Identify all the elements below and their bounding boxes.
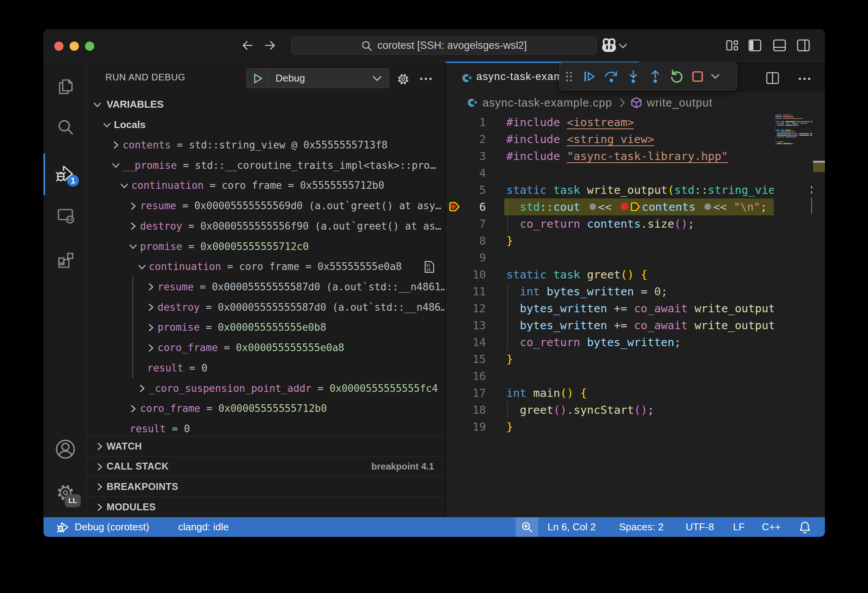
split-editor-icon[interactable] bbox=[766, 72, 779, 84]
variable-row-destroy[interactable]: destroy = 0x00005555555587d0 (a.out`std:… bbox=[87, 297, 445, 317]
toggle-panel-icon[interactable] bbox=[773, 39, 786, 52]
variables-section-header[interactable]: VARIABLES bbox=[87, 94, 445, 115]
inline-breakpoint-icon bbox=[621, 203, 628, 210]
line-number: 1 bbox=[446, 114, 486, 131]
code-line-19: 19} bbox=[446, 418, 774, 435]
customize-layout-icon[interactable] bbox=[726, 39, 739, 52]
variable-row-resume[interactable]: resume = 0x00005555555587d0 (a.out`std::… bbox=[87, 277, 445, 297]
close-window-button[interactable] bbox=[54, 42, 63, 51]
variable-row-coro_frame[interactable]: coro_frame = 0x000055555555e0a8 bbox=[87, 338, 445, 358]
encoding-item[interactable]: UTF-8 bbox=[686, 517, 714, 537]
language-mode-item[interactable]: C++ bbox=[762, 517, 781, 537]
line-number: 17 bbox=[446, 385, 486, 401]
svg-text:01: 01 bbox=[426, 263, 431, 267]
activity-bar-item-extensions[interactable] bbox=[43, 241, 87, 280]
variable-row-contents[interactable]: contents = std::string_view @ 0x55555557… bbox=[87, 135, 445, 155]
line-number: 9 bbox=[446, 249, 486, 266]
minimize-window-button[interactable] bbox=[70, 42, 79, 51]
inline-breakpoint-candidate-icon bbox=[589, 203, 596, 210]
cursor-position-item[interactable]: Ln 6, Col 2 bbox=[548, 517, 596, 537]
variable-row-Locals[interactable]: Locals bbox=[87, 115, 445, 135]
toolbar-drag-handle[interactable] bbox=[560, 63, 578, 90]
line-number: 10 bbox=[446, 266, 486, 283]
debug-step-over-button[interactable] bbox=[600, 63, 622, 90]
section-modules[interactable]: MODULES bbox=[87, 496, 445, 517]
editor-more-actions-icon[interactable] bbox=[798, 77, 811, 81]
section-breakpoints[interactable]: BREAKPOINTS bbox=[87, 476, 445, 496]
activity-bar-item-run-and-debug[interactable] bbox=[43, 155, 87, 193]
bell-icon bbox=[798, 521, 811, 534]
notifications-bell-icon[interactable] bbox=[798, 517, 811, 537]
line-number: 8 bbox=[446, 232, 486, 249]
section-watch[interactable]: WATCH bbox=[87, 436, 445, 456]
main-area: 1LL RUN AND DEBUG Debug VARIABLESLocalsc… bbox=[43, 62, 825, 537]
variable-row-result[interactable]: result = 0 bbox=[87, 358, 445, 378]
activity-bar-item-explorer[interactable] bbox=[43, 67, 87, 106]
code-line-6: 6 std::cout << contents << "\n"; bbox=[446, 198, 774, 215]
variable-row-continuation[interactable]: continuation = coro frame = 0x55555555e0… bbox=[87, 257, 445, 277]
command-center-label: corotest [SSH: avogelsges-wsl2] bbox=[377, 40, 527, 52]
cpp-file-icon bbox=[460, 72, 473, 85]
copilot-icon[interactable] bbox=[601, 38, 617, 53]
activity-bar-item-accounts[interactable] bbox=[43, 430, 87, 468]
code-line-7: 7 co_return contents.size(); bbox=[446, 215, 774, 232]
forward-icon[interactable] bbox=[265, 40, 275, 50]
debug-status-item[interactable]: Debug (corotest) bbox=[56, 517, 149, 537]
back-icon[interactable] bbox=[242, 40, 253, 50]
line-number: 7 bbox=[446, 215, 486, 232]
breadcrumb-symbol-icon bbox=[631, 97, 642, 109]
debug-status-icon bbox=[56, 521, 70, 533]
breadcrumbs: async-task-example.cpp write_output bbox=[446, 92, 825, 114]
toggle-sidebar-icon[interactable] bbox=[748, 39, 761, 52]
line-number: 15 bbox=[446, 351, 486, 368]
zoom-window-button[interactable] bbox=[85, 42, 94, 51]
status-bar: Debug (corotest) clangd: idle Ln 6, Col … bbox=[43, 517, 825, 537]
indentation-item[interactable]: Spaces: 2 bbox=[619, 517, 664, 537]
line-number: 19 bbox=[446, 418, 486, 435]
line-number: 13 bbox=[446, 317, 486, 334]
cursor-position-label: Ln 6, Col 2 bbox=[548, 521, 596, 533]
overview-ruler[interactable] bbox=[812, 114, 825, 537]
breadcrumb-symbol[interactable]: write_output bbox=[647, 97, 713, 109]
section-call-stack[interactable]: CALL STACKbreakpoint 4.1 bbox=[87, 456, 445, 476]
eol-item[interactable]: LF bbox=[733, 517, 744, 537]
code-line-17: 17int main() { bbox=[446, 385, 774, 401]
debug-step-out-button[interactable] bbox=[644, 63, 666, 90]
activity-bar-item-manage[interactable] bbox=[43, 473, 87, 512]
breakpoint-current-frame-icon[interactable] bbox=[448, 200, 462, 213]
variable-row-continuation[interactable]: continuation = coro frame = 0x5555555712… bbox=[87, 175, 445, 196]
activity-bar-item-search[interactable] bbox=[43, 108, 87, 147]
debug-restart-button[interactable] bbox=[666, 63, 688, 90]
variable-row-destroy[interactable]: destroy = 0x0000555555556f90 (a.out`gree… bbox=[87, 216, 445, 236]
variable-row-promise[interactable]: promise = 0x000055555555e0b8 bbox=[87, 317, 445, 338]
eol-label: LF bbox=[733, 521, 744, 533]
view-binary-data-icon[interactable]: 0110 bbox=[423, 260, 436, 273]
debug-stop-button[interactable] bbox=[688, 63, 707, 90]
debug-continue-button[interactable] bbox=[578, 63, 600, 90]
clangd-status-item[interactable]: clangd: idle bbox=[178, 517, 229, 537]
variable-row-_coro_suspension_point_addr[interactable]: _coro_suspension_point_addr = 0x00005555… bbox=[87, 378, 445, 398]
toggle-secondary-sidebar-icon[interactable] bbox=[797, 39, 810, 52]
debug-settings-gear-icon[interactable] bbox=[396, 72, 411, 87]
sidebar-more-actions-icon[interactable] bbox=[419, 77, 432, 81]
minimap[interactable] bbox=[774, 114, 812, 537]
variable-row-resume[interactable]: resume = 0x00005555555569d0 (a.out`greet… bbox=[87, 196, 445, 216]
code-line-10: 10static task greet() { bbox=[446, 266, 774, 283]
variable-row-promise[interactable]: promise = 0x00005555555712c0 bbox=[87, 236, 445, 257]
line-number: 14 bbox=[446, 334, 486, 351]
start-debugging-icon[interactable] bbox=[252, 72, 264, 85]
indentation-label: Spaces: 2 bbox=[619, 521, 664, 533]
zoom-indicator[interactable] bbox=[516, 517, 538, 537]
debug-stop-chevron-icon[interactable] bbox=[707, 63, 723, 90]
launch-configuration-dropdown[interactable]: Debug bbox=[246, 68, 389, 88]
breadcrumb-file[interactable]: async-task-example.cpp bbox=[482, 97, 612, 109]
code-editor[interactable]: 1#include <iostream>2#include <string_vi… bbox=[446, 114, 825, 537]
code-line-15: 15} bbox=[446, 351, 774, 368]
inline-current-position-icon bbox=[631, 201, 641, 213]
variable-row-__promise[interactable]: __promise = std::__coroutine_traits_impl… bbox=[87, 155, 445, 175]
command-center[interactable]: corotest [SSH: avogelsges-wsl2] bbox=[291, 37, 597, 55]
activity-bar-item-remote-explorer[interactable] bbox=[43, 197, 87, 235]
copilot-chevron-icon[interactable] bbox=[618, 43, 628, 49]
variable-row-coro_frame[interactable]: coro_frame = 0x00005555555712b0 bbox=[87, 398, 445, 419]
debug-step-into-button[interactable] bbox=[622, 63, 644, 90]
